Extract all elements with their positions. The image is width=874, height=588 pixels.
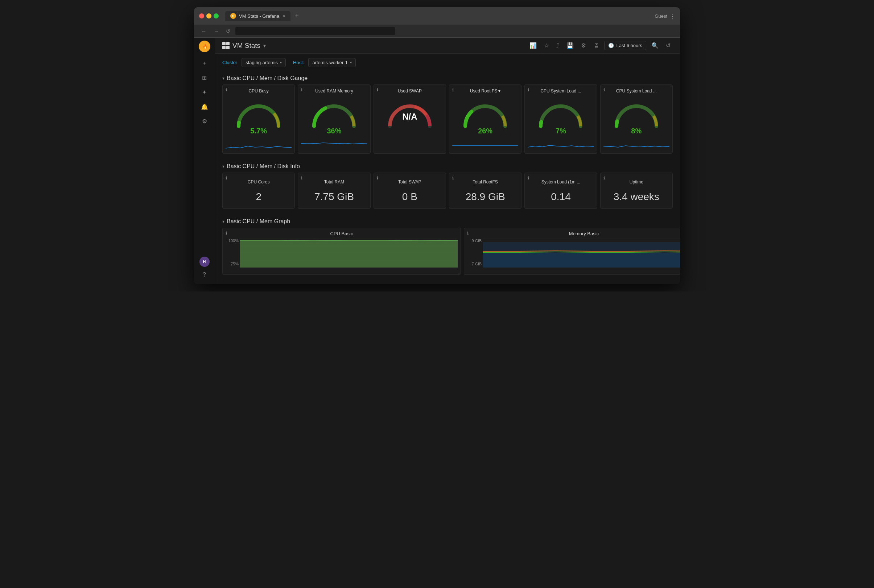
info-icon-total-ram[interactable]: ℹ xyxy=(301,176,302,180)
gauge-card-swap: ℹ Used SWAP N/A xyxy=(374,84,446,154)
active-tab[interactable]: G VM Stats - Grafana ✕ xyxy=(225,11,290,21)
stat-value-sysload: 0.14 xyxy=(551,191,571,202)
settings-button[interactable]: ⚙ xyxy=(579,40,588,50)
stat-title-cpu-cores: CPU Cores xyxy=(248,179,270,184)
info-icon-total-swap[interactable]: ℹ xyxy=(377,176,378,180)
sparkline-sysload1 xyxy=(528,138,594,149)
sidebar-item-settings[interactable]: ⚙ xyxy=(198,114,211,128)
info-icon-cpu-graph[interactable]: ℹ xyxy=(225,231,227,236)
gauge-title-cpu-busy: CPU Busy xyxy=(225,88,291,93)
info-icon-uptime[interactable]: ℹ xyxy=(604,176,605,180)
minimize-button[interactable] xyxy=(206,14,212,18)
stat-card-sysload: ℹ System Load (1m ... 0.14 xyxy=(524,172,597,209)
gauge-card-sysload1: ℹ CPU System Load ... 7% xyxy=(524,84,597,154)
share-button[interactable]: ⤴ xyxy=(554,41,562,50)
tv-mode-button[interactable]: 🖥 xyxy=(591,41,601,50)
host-value: artemis-worker-1 xyxy=(312,60,348,65)
host-dropdown[interactable]: artemis-worker-1 ▾ xyxy=(308,58,356,67)
gauge-arc-ram xyxy=(309,97,359,130)
stat-card-total-rootfs: ℹ Total RootFS 28.9 GiB xyxy=(449,172,521,209)
info-icon-cpu-cores[interactable]: ℹ xyxy=(225,176,227,180)
back-button[interactable]: ← xyxy=(199,27,209,35)
graph-card-cpu: ℹ CPU Basic 100% 75% xyxy=(222,228,461,275)
stat-value-cpu-cores: 2 xyxy=(256,191,261,202)
browser-menu-icon[interactable]: ⋮ xyxy=(670,14,675,19)
gauge-value-sysload1: 7% xyxy=(556,127,566,135)
new-tab-button[interactable]: + xyxy=(292,12,302,21)
sidebar-avatar[interactable]: H xyxy=(198,255,211,268)
refresh-button[interactable]: ↺ xyxy=(664,40,673,50)
y-label-75: 75% xyxy=(225,262,239,266)
address-bar: ← → ↺ xyxy=(194,25,680,38)
guest-label: Guest xyxy=(655,14,667,19)
maximize-button[interactable] xyxy=(213,14,219,18)
gauge-section-chevron: ▾ xyxy=(222,76,224,81)
tab-close-button[interactable]: ✕ xyxy=(282,14,285,18)
stat-title-sysload: System Load (1m ... xyxy=(541,179,580,184)
cluster-dropdown-arrow: ▾ xyxy=(280,60,282,64)
graph-svg-cpu xyxy=(240,238,458,267)
info-icon-cpu-busy[interactable]: ℹ xyxy=(225,88,227,93)
gauge-title-rootfs: Used Root FS ▾ xyxy=(452,88,518,93)
stat-value-uptime: 3.4 weeks xyxy=(614,191,659,202)
tab-bar: G VM Stats - Grafana ✕ + xyxy=(225,11,651,21)
info-icon-total-rootfs[interactable]: ℹ xyxy=(452,176,454,180)
stat-card-uptime: ℹ Uptime 3.4 weeks xyxy=(600,172,673,209)
info-icon-rootfs[interactable]: ℹ xyxy=(452,88,454,93)
gauge-value-cpu-busy: 5.7% xyxy=(250,127,267,135)
sidebar-item-explore[interactable]: ✦ xyxy=(198,86,211,99)
gauge-title-swap: Used SWAP xyxy=(377,88,443,93)
time-range-label: Last 6 hours xyxy=(616,43,642,48)
info-section-header[interactable]: ▾ Basic CPU / Mem / Disk Info xyxy=(215,159,680,172)
search-button[interactable]: 🔍 xyxy=(649,40,661,50)
info-icon-sysload[interactable]: ℹ xyxy=(528,176,529,180)
grafana-logo[interactable]: 🔥 xyxy=(199,40,210,52)
time-range-picker[interactable]: 🕐 Last 6 hours xyxy=(604,41,646,50)
graph-cards-row: ℹ CPU Basic 100% 75% xyxy=(215,228,680,280)
sidebar-bottom: H ? xyxy=(198,255,211,281)
save-button[interactable]: 💾 xyxy=(564,40,576,50)
sidebar-item-help[interactable]: ? xyxy=(198,268,211,281)
stat-value-total-swap: 0 B xyxy=(402,191,417,202)
add-panel-button[interactable]: 📊 xyxy=(527,40,539,50)
graph-section-header[interactable]: ▾ Basic CPU / Mem Graph xyxy=(215,214,680,228)
svg-text:🔥: 🔥 xyxy=(203,44,208,49)
cluster-dropdown[interactable]: staging-artemis ▾ xyxy=(242,58,286,67)
info-icon-ram[interactable]: ℹ xyxy=(301,88,302,93)
stat-card-cpu-cores: ℹ CPU Cores 2 xyxy=(222,172,295,209)
sparkline-rootfs xyxy=(452,138,518,149)
svg-rect-14 xyxy=(483,253,680,267)
info-icon-swap[interactable]: ℹ xyxy=(377,88,378,93)
gauge-value-rootfs: 26% xyxy=(478,127,493,135)
info-icon-sysload2[interactable]: ℹ xyxy=(604,88,605,93)
forward-button[interactable]: → xyxy=(212,27,221,35)
graph-section-chevron: ▾ xyxy=(222,219,224,224)
url-input[interactable] xyxy=(235,27,395,35)
sidebar-item-alerts[interactable]: 🔔 xyxy=(198,100,211,113)
reload-button[interactable]: ↺ xyxy=(224,27,233,35)
gauge-value-ram: 36% xyxy=(327,127,341,135)
star-button[interactable]: ☆ xyxy=(542,40,551,50)
sparkline-ram xyxy=(301,138,367,149)
sidebar-item-dashboards[interactable]: ⊞ xyxy=(198,71,211,84)
dashboard-toolbar: VM Stats ▾ 📊 ☆ ⤴ 💾 ⚙ 🖥 🕐 Last 6 hours 🔍 … xyxy=(215,38,680,54)
close-button[interactable] xyxy=(199,14,204,18)
info-icon-memory-graph[interactable]: ℹ xyxy=(467,231,469,236)
info-section-title: Basic CPU / Mem / Disk Info xyxy=(227,163,300,170)
browser-titlebar: G VM Stats - Grafana ✕ + Guest ⋮ xyxy=(194,7,680,25)
stat-cards-row: ℹ CPU Cores 2 ℹ Total RAM 7.75 GiB ℹ Tot… xyxy=(215,172,680,214)
gauge-section-header[interactable]: ▾ Basic CPU / Mem / Disk Gauge xyxy=(215,71,680,84)
gauge-arc-sysload2 xyxy=(611,97,662,130)
sparkline-sysload2 xyxy=(604,138,670,149)
sparkline-cpu-busy xyxy=(225,138,291,149)
gauge-sysload1: 7% xyxy=(528,96,594,136)
sidebar: 🔥 ＋ ⊞ ✦ 🔔 ⚙ H ? xyxy=(194,38,215,284)
sidebar-item-add[interactable]: ＋ xyxy=(198,57,211,70)
gauge-card-sysload2: ℹ CPU System Load ... 8% xyxy=(600,84,673,154)
y-label-9gib: 9 GiB xyxy=(467,238,482,243)
dashboard-title: VM Stats ▾ xyxy=(222,42,266,50)
dashboard-title-arrow[interactable]: ▾ xyxy=(263,43,266,49)
stat-title-total-ram: Total RAM xyxy=(324,179,344,184)
info-icon-sysload1[interactable]: ℹ xyxy=(528,88,529,93)
gauge-section-title: Basic CPU / Mem / Disk Gauge xyxy=(227,75,308,82)
